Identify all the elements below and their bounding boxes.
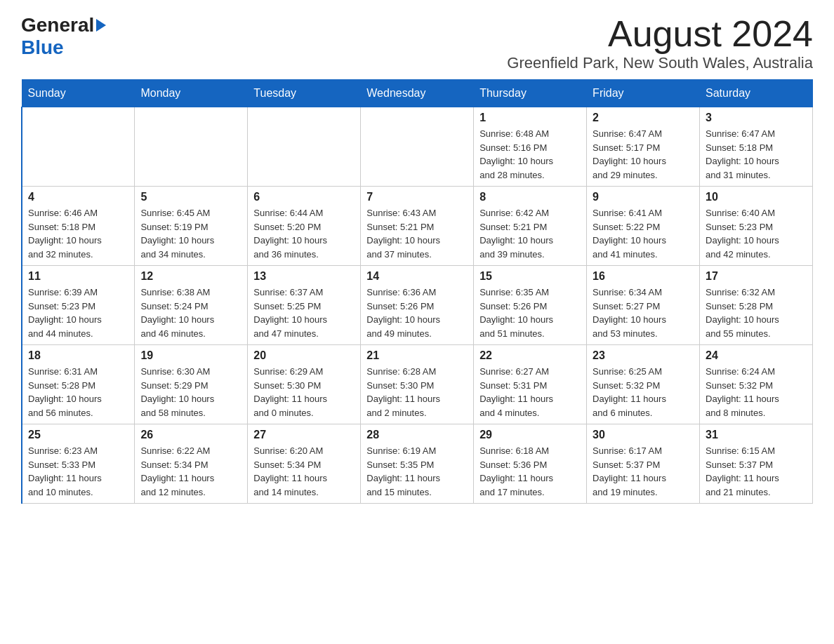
day-number: 23: [593, 349, 694, 362]
day-info: Sunrise: 6:34 AM Sunset: 5:27 PM Dayligh…: [593, 286, 694, 340]
logo-general-text: General: [21, 14, 94, 36]
day-info: Sunrise: 6:15 AM Sunset: 5:37 PM Dayligh…: [706, 444, 807, 499]
calendar-cell: 5Sunrise: 6:45 AM Sunset: 5:19 PM Daylig…: [135, 187, 248, 266]
day-info: Sunrise: 6:29 AM Sunset: 5:30 PM Dayligh…: [253, 365, 355, 420]
calendar-cell: 29Sunrise: 6:18 AM Sunset: 5:36 PM Dayli…: [474, 424, 587, 504]
day-number: 30: [593, 429, 694, 441]
day-number: 16: [593, 270, 694, 283]
day-number: 26: [140, 429, 241, 441]
day-info: Sunrise: 6:23 AM Sunset: 5:33 PM Dayligh…: [28, 444, 128, 499]
day-number: 25: [28, 429, 128, 441]
day-info: Sunrise: 6:42 AM Sunset: 5:21 PM Dayligh…: [479, 206, 581, 261]
logo-triangle-icon: [95, 18, 107, 33]
day-info: Sunrise: 6:37 AM Sunset: 5:25 PM Dayligh…: [253, 286, 355, 340]
day-number: 13: [253, 270, 355, 283]
page-header: General Blue August 2024 Greenfield Park…: [21, 14, 813, 72]
day-info: Sunrise: 6:47 AM Sunset: 5:17 PM Dayligh…: [593, 127, 694, 182]
calendar-cell: 23Sunrise: 6:25 AM Sunset: 5:32 PM Dayli…: [587, 345, 700, 424]
calendar-cell: 18Sunrise: 6:31 AM Sunset: 5:28 PM Dayli…: [22, 345, 135, 424]
week-row-4: 18Sunrise: 6:31 AM Sunset: 5:28 PM Dayli…: [22, 345, 813, 424]
day-number: 1: [479, 112, 581, 124]
calendar-cell: [22, 107, 135, 187]
day-number: 3: [706, 112, 807, 124]
calendar-cell: 27Sunrise: 6:20 AM Sunset: 5:34 PM Dayli…: [248, 424, 361, 504]
header-sunday: Sunday: [22, 80, 135, 107]
day-number: 19: [140, 349, 241, 362]
day-number: 24: [706, 349, 807, 362]
calendar-cell: 25Sunrise: 6:23 AM Sunset: 5:33 PM Dayli…: [22, 424, 135, 504]
day-info: Sunrise: 6:17 AM Sunset: 5:37 PM Dayligh…: [593, 444, 694, 499]
calendar-cell: 4Sunrise: 6:46 AM Sunset: 5:18 PM Daylig…: [22, 187, 135, 266]
calendar-cell: 15Sunrise: 6:35 AM Sunset: 5:26 PM Dayli…: [474, 266, 587, 345]
header-tuesday: Tuesday: [248, 80, 361, 107]
day-number: 22: [479, 349, 581, 362]
logo-blue-text: Blue: [21, 36, 64, 58]
day-number: 27: [253, 429, 355, 441]
day-info: Sunrise: 6:22 AM Sunset: 5:34 PM Dayligh…: [140, 444, 241, 499]
day-number: 29: [479, 429, 581, 441]
calendar-cell: [361, 107, 474, 187]
day-number: 4: [28, 191, 128, 203]
day-info: Sunrise: 6:48 AM Sunset: 5:16 PM Dayligh…: [479, 127, 581, 182]
header-saturday: Saturday: [700, 80, 813, 107]
calendar-cell: 30Sunrise: 6:17 AM Sunset: 5:37 PM Dayli…: [587, 424, 700, 504]
calendar-cell: 8Sunrise: 6:42 AM Sunset: 5:21 PM Daylig…: [474, 187, 587, 266]
title-area: August 2024 Greenfield Park, New South W…: [507, 14, 813, 72]
week-row-2: 4Sunrise: 6:46 AM Sunset: 5:18 PM Daylig…: [22, 187, 813, 266]
day-number: 9: [593, 191, 694, 203]
day-number: 28: [366, 429, 468, 441]
day-number: 20: [253, 349, 355, 362]
week-row-5: 25Sunrise: 6:23 AM Sunset: 5:33 PM Dayli…: [22, 424, 813, 504]
day-info: Sunrise: 6:27 AM Sunset: 5:31 PM Dayligh…: [479, 365, 581, 420]
week-row-1: 1Sunrise: 6:48 AM Sunset: 5:16 PM Daylig…: [22, 107, 813, 187]
day-info: Sunrise: 6:43 AM Sunset: 5:21 PM Dayligh…: [366, 206, 468, 261]
calendar-cell: 12Sunrise: 6:38 AM Sunset: 5:24 PM Dayli…: [135, 266, 248, 345]
header-thursday: Thursday: [474, 80, 587, 107]
calendar-cell: 17Sunrise: 6:32 AM Sunset: 5:28 PM Dayli…: [700, 266, 813, 345]
day-number: 5: [140, 191, 241, 203]
calendar-cell: 28Sunrise: 6:19 AM Sunset: 5:35 PM Dayli…: [361, 424, 474, 504]
month-title: August 2024: [507, 14, 813, 54]
calendar-cell: 6Sunrise: 6:44 AM Sunset: 5:20 PM Daylig…: [248, 187, 361, 266]
day-info: Sunrise: 6:19 AM Sunset: 5:35 PM Dayligh…: [366, 444, 468, 499]
header-wednesday: Wednesday: [361, 80, 474, 107]
calendar-cell: 2Sunrise: 6:47 AM Sunset: 5:17 PM Daylig…: [587, 107, 700, 187]
calendar-table: Sunday Monday Tuesday Wednesday Thursday…: [21, 79, 813, 504]
calendar-cell: 22Sunrise: 6:27 AM Sunset: 5:31 PM Dayli…: [474, 345, 587, 424]
day-info: Sunrise: 6:38 AM Sunset: 5:24 PM Dayligh…: [140, 286, 241, 340]
day-number: 11: [28, 270, 128, 283]
day-number: 8: [479, 191, 581, 203]
day-info: Sunrise: 6:35 AM Sunset: 5:26 PM Dayligh…: [479, 286, 581, 340]
calendar-cell: 19Sunrise: 6:30 AM Sunset: 5:29 PM Dayli…: [135, 345, 248, 424]
day-number: 17: [706, 270, 807, 283]
header-friday: Friday: [587, 80, 700, 107]
calendar-cell: 3Sunrise: 6:47 AM Sunset: 5:18 PM Daylig…: [700, 107, 813, 187]
day-number: 21: [366, 349, 468, 362]
calendar-cell: 10Sunrise: 6:40 AM Sunset: 5:23 PM Dayli…: [700, 187, 813, 266]
day-info: Sunrise: 6:39 AM Sunset: 5:23 PM Dayligh…: [28, 286, 128, 340]
calendar-cell: 14Sunrise: 6:36 AM Sunset: 5:26 PM Dayli…: [361, 266, 474, 345]
location-title: Greenfield Park, New South Wales, Austra…: [507, 54, 813, 72]
day-number: 15: [479, 270, 581, 283]
day-info: Sunrise: 6:30 AM Sunset: 5:29 PM Dayligh…: [140, 365, 241, 420]
calendar-cell: 13Sunrise: 6:37 AM Sunset: 5:25 PM Dayli…: [248, 266, 361, 345]
calendar-cell: 26Sunrise: 6:22 AM Sunset: 5:34 PM Dayli…: [135, 424, 248, 504]
day-number: 14: [366, 270, 468, 283]
day-number: 31: [706, 429, 807, 441]
calendar-header-row: Sunday Monday Tuesday Wednesday Thursday…: [22, 80, 813, 107]
day-info: Sunrise: 6:31 AM Sunset: 5:28 PM Dayligh…: [28, 365, 128, 420]
calendar-cell: 11Sunrise: 6:39 AM Sunset: 5:23 PM Dayli…: [22, 266, 135, 345]
header-monday: Monday: [135, 80, 248, 107]
day-info: Sunrise: 6:32 AM Sunset: 5:28 PM Dayligh…: [706, 286, 807, 340]
day-info: Sunrise: 6:28 AM Sunset: 5:30 PM Dayligh…: [366, 365, 468, 420]
svg-marker-0: [96, 19, 106, 32]
day-number: 2: [593, 112, 694, 124]
day-info: Sunrise: 6:45 AM Sunset: 5:19 PM Dayligh…: [140, 206, 241, 261]
day-info: Sunrise: 6:25 AM Sunset: 5:32 PM Dayligh…: [593, 365, 694, 420]
day-info: Sunrise: 6:47 AM Sunset: 5:18 PM Dayligh…: [706, 127, 807, 182]
calendar-cell: [135, 107, 248, 187]
day-number: 18: [28, 349, 128, 362]
logo-area: General Blue: [21, 14, 108, 59]
week-row-3: 11Sunrise: 6:39 AM Sunset: 5:23 PM Dayli…: [22, 266, 813, 345]
day-number: 12: [140, 270, 241, 283]
